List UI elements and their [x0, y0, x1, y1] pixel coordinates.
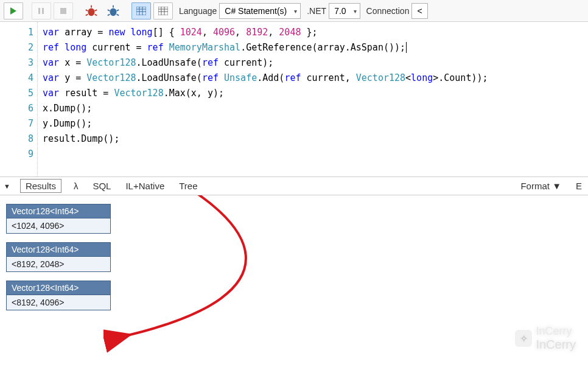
- toolbar: Language C# Statement(s) ▾ .NET 7.0 ▾ Co…: [0, 0, 588, 22]
- language-select[interactable]: C# Statement(s) ▾: [219, 3, 301, 19]
- svg-line-12: [108, 10, 110, 11]
- framework-select[interactable]: 7.0 ▾: [329, 3, 360, 19]
- svg-point-4: [88, 8, 95, 16]
- connection-select[interactable]: <: [411, 3, 427, 19]
- svg-rect-21: [158, 7, 168, 15]
- line-number: 2: [0, 40, 33, 55]
- export-menu[interactable]: E: [573, 179, 584, 193]
- connection-label: Connection: [366, 6, 410, 16]
- chevron-down-icon: ▾: [294, 7, 297, 14]
- line-number: 8: [0, 131, 33, 147]
- result-body: <8192, 4096>: [6, 295, 111, 310]
- line-number: 6: [0, 101, 33, 116]
- debug-button-blue[interactable]: [103, 2, 123, 19]
- line-number: 4: [0, 71, 33, 86]
- stop-button[interactable]: [54, 2, 73, 19]
- line-number: 5: [0, 86, 33, 101]
- code-line[interactable]: y.Dump();: [43, 116, 488, 131]
- svg-line-7: [95, 10, 97, 11]
- language-value: C# Statement(s): [225, 6, 287, 16]
- svg-line-15: [117, 14, 119, 15]
- svg-rect-1: [38, 8, 40, 14]
- svg-rect-2: [42, 8, 44, 14]
- result-header: Vector128<Int64>: [6, 242, 111, 257]
- debug-button-red[interactable]: [82, 2, 101, 19]
- svg-line-14: [108, 14, 110, 15]
- result-block: Vector128<Int64><1024, 4096>: [6, 204, 111, 234]
- format-menu[interactable]: Format ▼: [518, 179, 564, 193]
- run-button[interactable]: [4, 2, 23, 19]
- code-line[interactable]: var result = Vector128.Max(x, y);: [43, 86, 488, 101]
- result-block: Vector128<Int64><8192, 2048>: [6, 242, 111, 272]
- result-block: Vector128<Int64><8192, 4096>: [6, 281, 111, 310]
- result-body: <8192, 2048>: [6, 257, 111, 272]
- framework-label: .NET: [307, 6, 326, 16]
- svg-point-10: [110, 8, 117, 16]
- svg-line-8: [86, 14, 88, 15]
- tab-results[interactable]: Results: [20, 179, 61, 193]
- code-editor[interactable]: 123456789 var array = new long[] { 1024,…: [0, 22, 588, 177]
- connection-value: <: [417, 6, 422, 16]
- language-label: Language: [179, 6, 217, 16]
- tab-il-native[interactable]: IL+Native: [123, 179, 167, 193]
- svg-line-6: [86, 10, 88, 11]
- results-panel: Vector128<Int64><1024, 4096>Vector128<In…: [0, 195, 588, 327]
- tab-lambda[interactable]: λ: [71, 179, 81, 193]
- svg-line-13: [117, 10, 119, 11]
- line-gutter: 123456789: [0, 22, 38, 176]
- code-line[interactable]: result.Dump();: [43, 131, 488, 147]
- tab-tree[interactable]: Tree: [177, 179, 200, 193]
- code-line[interactable]: var y = Vector128.LoadUnsafe(ref Unsafe.…: [43, 71, 488, 86]
- result-header: Vector128<Int64>: [6, 281, 111, 295]
- result-header: Vector128<Int64>: [6, 204, 111, 218]
- pause-button[interactable]: [32, 2, 51, 19]
- svg-line-9: [95, 14, 97, 15]
- code-line[interactable]: var array = new long[] { 1024, 4096, 819…: [43, 25, 488, 40]
- view-rich-button[interactable]: [153, 2, 173, 19]
- result-tabs: ▼ Results λ SQL IL+Native Tree Format ▼ …: [0, 177, 588, 195]
- svg-rect-16: [136, 7, 146, 15]
- code-body[interactable]: var array = new long[] { 1024, 4096, 819…: [38, 22, 493, 176]
- line-number: 3: [0, 55, 33, 71]
- svg-marker-0: [10, 7, 16, 15]
- code-line[interactable]: x.Dump();: [43, 101, 488, 116]
- line-number: 7: [0, 116, 33, 131]
- watermark: ✧ InCerry InCerry: [515, 325, 576, 352]
- watermark-icon: ✧: [515, 330, 532, 347]
- line-number: 9: [0, 147, 33, 162]
- code-line[interactable]: ref long current = ref MemoryMarshal.Get…: [43, 40, 488, 55]
- collapse-icon[interactable]: ▼: [4, 183, 10, 190]
- framework-value: 7.0: [334, 6, 346, 16]
- view-datagrid-button[interactable]: [131, 2, 151, 19]
- svg-rect-3: [60, 8, 66, 14]
- chevron-down-icon: ▾: [354, 7, 357, 14]
- tab-sql[interactable]: SQL: [90, 179, 113, 193]
- result-body: <1024, 4096>: [6, 218, 111, 234]
- line-number: 1: [0, 25, 33, 40]
- code-line[interactable]: var x = Vector128.LoadUnsafe(ref current…: [43, 55, 488, 71]
